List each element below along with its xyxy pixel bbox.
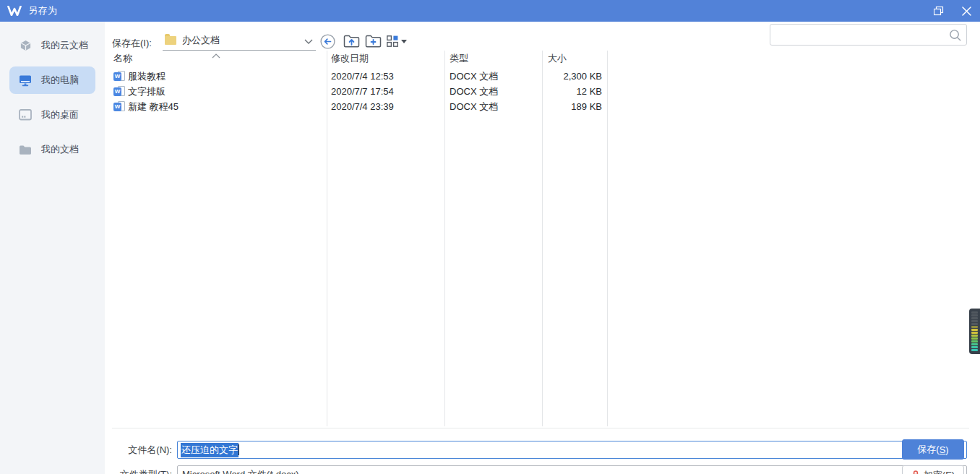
back-button[interactable] — [320, 34, 335, 49]
file-type: DOCX 文档 — [450, 69, 498, 84]
sort-ascending-icon — [212, 48, 220, 61]
sidebar-item-my-desktop[interactable]: 我的桌面 — [9, 101, 95, 129]
file-size: 189 KB — [538, 99, 602, 114]
sidebar-item-label: 我的电脑 — [41, 74, 79, 87]
desktop-icon — [19, 108, 32, 121]
save-button-accesskey: S — [940, 444, 946, 455]
save-button[interactable]: 保存(S) — [902, 439, 964, 460]
text-cursor — [238, 444, 239, 455]
sidebar-item-my-documents[interactable]: 我的文档 — [9, 136, 95, 163]
file-modified: 2020/7/4 23:39 — [331, 99, 394, 114]
table-row[interactable]: W 新建 教程45 2020/7/4 23:39 DOCX 文档 189 KB — [105, 99, 604, 114]
save-in-label: 保存在(I): — [112, 37, 152, 50]
window-title: 另存为 — [28, 4, 58, 17]
titlebar: 另存为 — [0, 0, 980, 22]
file-type: DOCX 文档 — [450, 84, 498, 99]
save-button-label: 保存( — [917, 443, 939, 456]
search-icon[interactable] — [949, 29, 961, 41]
chevron-down-icon — [304, 34, 313, 47]
filetype-value: Microsoft Word 文件(*.docx) — [182, 468, 299, 474]
folder-up-button[interactable] — [343, 34, 360, 48]
filename-input[interactable]: 还压迫的文字 — [177, 441, 967, 459]
file-size: 2,300 KB — [538, 69, 602, 84]
sidebar-item-label: 我的云文档 — [41, 39, 88, 52]
save-as-dialog: 另存为 我的云文档 我的电脑 我的桌面 — [0, 0, 980, 474]
save-location-dropdown[interactable]: 办公文档 — [163, 30, 316, 51]
search-input[interactable] — [770, 25, 949, 45]
column-header-modified[interactable]: 修改日期 — [331, 52, 369, 69]
encrypt-button-label: 加密(E) — [924, 469, 955, 474]
file-name: 服装教程 — [128, 69, 166, 84]
main-panel: 保存在(I): 办公文档 — [105, 22, 980, 474]
computer-icon — [19, 74, 32, 87]
filename-label: 文件名(N): — [105, 441, 172, 459]
cloud-docs-icon — [19, 39, 32, 52]
filetype-dropdown[interactable]: Microsoft Word 文件(*.docx) — [177, 465, 967, 474]
file-name: 新建 教程45 — [128, 99, 179, 114]
restore-window-button[interactable] — [925, 0, 953, 22]
table-row[interactable]: W 服装教程 2020/7/4 12:53 DOCX 文档 2,300 KB — [105, 69, 604, 84]
documents-icon — [19, 143, 32, 156]
level-meter-stripes — [971, 311, 980, 351]
sidebar-item-label: 我的桌面 — [41, 108, 79, 121]
column-header-name[interactable]: 名称 — [113, 52, 132, 69]
sidebar-item-my-computer[interactable]: 我的电脑 — [9, 66, 95, 94]
sidebar-item-label: 我的文档 — [41, 143, 79, 156]
footer-divider — [112, 428, 969, 428]
new-folder-button[interactable] — [365, 34, 382, 48]
lock-icon — [911, 470, 920, 474]
filetype-label: 文件类型(T): — [105, 465, 172, 474]
column-divider — [607, 51, 608, 426]
save-button-label-close: ) — [945, 444, 948, 455]
word-file-icon: W — [113, 71, 125, 82]
word-file-icon: W — [113, 101, 125, 113]
view-mode-button[interactable] — [387, 35, 407, 47]
close-window-button[interactable] — [953, 0, 980, 22]
sidebar: 我的云文档 我的电脑 我的桌面 我的文档 — [0, 22, 105, 474]
column-header-type[interactable]: 类型 — [450, 52, 468, 69]
file-name: 文字排版 — [128, 84, 166, 99]
file-size: 12 KB — [538, 84, 602, 99]
filename-selected-text: 还压迫的文字 — [181, 443, 238, 457]
folder-icon — [165, 36, 176, 45]
save-location-value: 办公文档 — [182, 34, 220, 47]
file-modified: 2020/7/7 17:54 — [331, 84, 394, 99]
level-meter-widget[interactable] — [969, 309, 980, 354]
file-type: DOCX 文档 — [450, 99, 498, 114]
file-modified: 2020/7/4 12:53 — [331, 69, 394, 84]
sidebar-item-cloud-docs[interactable]: 我的云文档 — [9, 32, 95, 59]
wps-logo-icon — [7, 6, 22, 16]
encrypt-button[interactable]: 加密(E) — [902, 465, 964, 474]
column-header-size[interactable]: 大小 — [548, 52, 567, 69]
table-row[interactable]: W 文字排版 2020/7/7 17:54 DOCX 文档 12 KB — [105, 84, 604, 99]
word-file-icon: W — [113, 86, 125, 98]
search-box — [770, 24, 967, 46]
